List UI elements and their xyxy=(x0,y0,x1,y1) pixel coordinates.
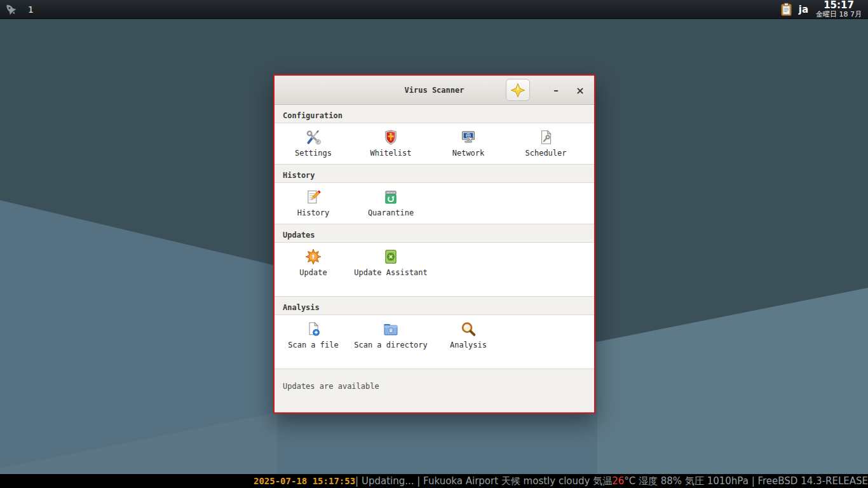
status-temperature: 26 xyxy=(612,475,624,487)
quarantine-icon xyxy=(383,189,399,205)
scheduler-icon xyxy=(538,129,554,146)
workspace-indicator[interactable]: 1 xyxy=(24,4,37,15)
launcher-scheduler[interactable]: Scheduler xyxy=(507,129,585,159)
scan-directory-icon xyxy=(383,321,399,337)
launcher-update-assistant[interactable]: Update Assistant xyxy=(352,248,430,279)
settings-icon xyxy=(305,129,322,146)
virus-scanner-window: Virus Scanner – × Configuration xyxy=(273,74,595,414)
keyboard-layout-indicator[interactable]: ja xyxy=(799,4,808,15)
panel-tray: ja 15:17 金曜日 18 7月 xyxy=(779,0,864,18)
status-os-text: °C 湿度 88% 気圧 1010hPa | FreeBSD 14.3-RELE… xyxy=(624,475,868,487)
window-body: Configuration Settings xyxy=(275,105,594,412)
panel-left: 1 xyxy=(4,0,37,18)
rocket-icon[interactable] xyxy=(4,3,18,17)
history-icon xyxy=(305,189,322,205)
launcher-label: Whitelist xyxy=(370,147,411,159)
launcher-label: History xyxy=(297,207,330,219)
launcher-label: Settings xyxy=(295,147,332,159)
update-icon xyxy=(305,248,322,265)
launcher-label: Quarantine xyxy=(368,207,414,219)
desktop: 1 ja 15:17 金曜日 18 7月 Virus Scanner xyxy=(0,0,868,488)
section-row-updates: Update Update Assistant xyxy=(275,242,594,297)
sparkle-icon xyxy=(510,83,526,98)
update-assistant-icon xyxy=(383,248,399,265)
minimize-icon: – xyxy=(553,85,559,96)
clock-date: 金曜日 18 7月 xyxy=(816,11,862,18)
launcher-scan-directory[interactable]: Scan a directory xyxy=(352,321,430,351)
launcher-network[interactable]: Network xyxy=(430,129,507,159)
clock-time: 15:17 xyxy=(824,1,854,11)
launcher-whitelist[interactable]: Whitelist xyxy=(352,129,430,159)
launcher-label: Update xyxy=(299,267,327,279)
launcher-label: Scan a directory xyxy=(354,339,428,351)
network-icon xyxy=(460,129,477,146)
launcher-update[interactable]: Update xyxy=(275,248,352,279)
status-weather-text: | Updating... | Fukuoka Airport 天候 mostl… xyxy=(355,475,612,487)
launcher-history[interactable]: History xyxy=(275,189,352,219)
launcher-label: Network xyxy=(452,147,485,159)
sparkle-button[interactable] xyxy=(506,79,530,101)
close-button[interactable]: × xyxy=(569,76,591,105)
launcher-label: Scan a file xyxy=(288,339,338,351)
section-row-configuration: Settings Whitelist xyxy=(275,123,594,165)
launcher-label: Scheduler xyxy=(525,147,566,159)
section-row-history: History Quarantine xyxy=(275,182,594,224)
status-datetime: 2025-07-18 15:17:53 xyxy=(254,476,355,486)
titlebar[interactable]: Virus Scanner – × xyxy=(275,76,594,105)
launcher-settings[interactable]: Settings xyxy=(275,129,352,159)
whitelist-icon xyxy=(383,129,399,146)
launcher-quarantine[interactable]: Quarantine xyxy=(352,189,430,219)
section-header-analysis: Analysis xyxy=(275,297,594,315)
launcher-scan-file[interactable]: Scan a file xyxy=(275,321,352,351)
clipboard-icon[interactable] xyxy=(779,2,794,17)
scan-file-icon xyxy=(305,321,322,337)
launcher-label: Update Assistant xyxy=(354,267,428,279)
panel-clock[interactable]: 15:17 金曜日 18 7月 xyxy=(813,1,864,18)
section-header-configuration: Configuration xyxy=(275,105,594,123)
minimize-button[interactable]: – xyxy=(545,76,567,105)
launcher-label: Analysis xyxy=(450,339,487,351)
analysis-icon xyxy=(460,321,477,337)
section-row-analysis: Scan a file Scan a directory xyxy=(275,315,594,369)
section-header-updates: Updates xyxy=(275,224,594,242)
window-status-text: Updates are available xyxy=(275,369,594,412)
close-icon: × xyxy=(576,85,584,97)
bottom-status-bar: 2025-07-18 15:17:53 | Updating... | Fuku… xyxy=(0,474,868,488)
top-panel: 1 ja 15:17 金曜日 18 7月 xyxy=(0,0,868,19)
section-header-history: History xyxy=(275,165,594,182)
launcher-analysis[interactable]: Analysis xyxy=(430,321,507,351)
